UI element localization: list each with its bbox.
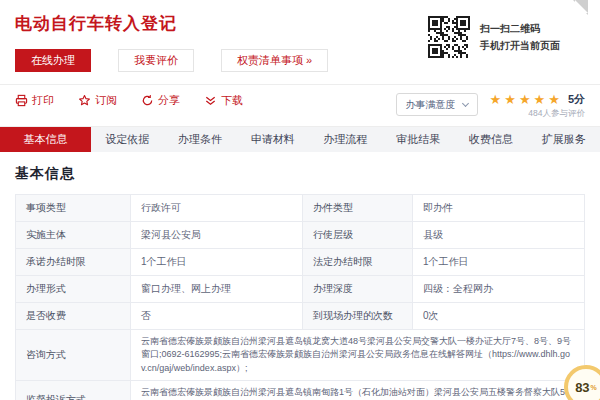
qr-block: 扫一扫二维码 手机打开当前页面 bbox=[428, 16, 560, 58]
qr-caption: 扫一扫二维码 手机打开当前页面 bbox=[480, 20, 560, 54]
field-label: 实施主体 bbox=[16, 222, 131, 249]
tab-fee-info[interactable]: 收费信息 bbox=[455, 127, 528, 152]
download-icon bbox=[204, 94, 217, 107]
field-value: 云南省德宏傣族景颇族自治州梁河县遮岛镇南甸路1号（石化加油站对面）梁河县公安局五… bbox=[131, 381, 584, 400]
star-icon bbox=[78, 94, 91, 107]
field-value: 行政许可 bbox=[131, 195, 303, 222]
tab-bar: 基本信息 设定依据 办理条件 申请材料 办理流程 审批结果 收费信息 扩展服务 bbox=[0, 126, 600, 152]
rating-participants: 484人参与评价 bbox=[490, 109, 585, 118]
field-value: 否 bbox=[131, 303, 303, 330]
field-label: 咨询方式 bbox=[16, 330, 131, 382]
qr-caption-line1: 扫一扫二维码 bbox=[480, 20, 560, 37]
table-row: 承诺办结时限 1个工作日 法定办结时限 1个工作日 bbox=[16, 249, 584, 276]
tab-process[interactable]: 办理流程 bbox=[309, 127, 382, 152]
satisfaction-dropdown-label: 办事满意度 bbox=[406, 98, 456, 112]
field-label: 法定办结时限 bbox=[303, 249, 413, 276]
field-value: 1个工作日 bbox=[131, 249, 303, 276]
table-row: 监督投诉方式 云南省德宏傣族景颇族自治州梁河县遮岛镇南甸路1号（石化加油站对面）… bbox=[16, 381, 584, 400]
tab-materials[interactable]: 申请材料 bbox=[236, 127, 309, 152]
section-title: 基本信息 bbox=[15, 165, 585, 183]
service-detail-page: 电动自行车转入登记 扫一扫二维码 手机打开当前页面 在线办理 我要评价 权责清单… bbox=[0, 0, 600, 400]
tab-approval-result[interactable]: 审批结果 bbox=[382, 127, 455, 152]
basic-info-table: 事项类型 行政许可 办件类型 即办件 实施主体 梁河县公安局 行使层级 县级 承… bbox=[15, 194, 585, 400]
tab-extended-services[interactable]: 扩展服务 bbox=[527, 127, 600, 152]
satisfaction-dropdown[interactable]: 办事满意度 bbox=[396, 93, 478, 116]
field-label: 办理深度 bbox=[303, 276, 413, 303]
tab-basic-info[interactable]: 基本信息 bbox=[0, 127, 91, 152]
rating-block: ★★★★★ 5分 484人参与评价 bbox=[490, 93, 585, 118]
field-label: 办件类型 bbox=[303, 195, 413, 222]
field-value: 1个工作日 bbox=[413, 249, 584, 276]
rating-score: 5分 bbox=[568, 94, 585, 105]
table-row: 咨询方式 云南省德宏傣族景颇族自治州梁河县遮岛镇龙窝大道48号梁河县公安局交警大… bbox=[16, 330, 584, 382]
field-value: 县级 bbox=[413, 222, 584, 249]
star-rating[interactable]: ★★★★★ bbox=[490, 93, 563, 106]
progress-unit: % bbox=[591, 384, 597, 391]
online-apply-button[interactable]: 在线办理 bbox=[15, 49, 91, 72]
printer-icon bbox=[15, 94, 28, 107]
field-value: 云南省德宏傣族景颇族自治州梁河县遮岛镇龙窝大道48号梁河县公安局交警大队一楼办证… bbox=[131, 330, 584, 382]
toolbar: 打印 订阅 分享 下载 办事满意度 bbox=[0, 85, 600, 122]
table-row: 实施主体 梁河县公安局 行使层级 县级 bbox=[16, 222, 584, 249]
subscribe-label: 订阅 bbox=[95, 93, 117, 108]
field-value: 0次 bbox=[413, 303, 584, 330]
qr-caption-line2: 手机打开当前页面 bbox=[480, 37, 560, 54]
share-icon bbox=[141, 94, 154, 107]
table-row: 是否收费 否 到现场办理的次数 0次 bbox=[16, 303, 584, 330]
chevron-down-icon bbox=[462, 99, 469, 106]
tab-setting-basis[interactable]: 设定依据 bbox=[91, 127, 164, 152]
field-label: 承诺办结时限 bbox=[16, 249, 131, 276]
field-label: 事项类型 bbox=[16, 195, 131, 222]
subscribe-button[interactable]: 订阅 bbox=[78, 93, 117, 108]
field-label: 行使层级 bbox=[303, 222, 413, 249]
download-button[interactable]: 下载 bbox=[204, 93, 243, 108]
share-label: 分享 bbox=[158, 93, 180, 108]
field-value: 即办件 bbox=[413, 195, 584, 222]
duty-list-button[interactable]: 权责清单事项 » bbox=[221, 49, 328, 72]
field-label: 是否收费 bbox=[16, 303, 131, 330]
print-button[interactable]: 打印 bbox=[15, 93, 54, 108]
field-value: 四级：全程网办 bbox=[413, 276, 584, 303]
share-button[interactable]: 分享 bbox=[141, 93, 180, 108]
tab-conditions[interactable]: 办理条件 bbox=[164, 127, 237, 152]
field-value: 窗口办理、网上办理 bbox=[131, 276, 303, 303]
satisfaction-widget: 办事满意度 ★★★★★ 5分 484人参与评价 bbox=[396, 93, 585, 118]
field-label: 监督投诉方式 bbox=[16, 381, 131, 400]
table-row: 办理形式 窗口办理、网上办理 办理深度 四级：全程网办 bbox=[16, 276, 584, 303]
field-label: 到现场办理的次数 bbox=[303, 303, 413, 330]
qr-code bbox=[428, 16, 470, 58]
table-row: 事项类型 行政许可 办件类型 即办件 bbox=[16, 195, 584, 222]
print-label: 打印 bbox=[32, 93, 54, 108]
download-label: 下载 bbox=[221, 93, 243, 108]
progress-value: 83 bbox=[575, 380, 589, 395]
field-label: 办理形式 bbox=[16, 276, 131, 303]
field-value: 梁河县公安局 bbox=[131, 222, 303, 249]
header: 电动自行车转入登记 扫一扫二维码 手机打开当前页面 在线办理 我要评价 权责清单… bbox=[0, 0, 600, 72]
evaluate-button[interactable]: 我要评价 bbox=[118, 49, 194, 72]
